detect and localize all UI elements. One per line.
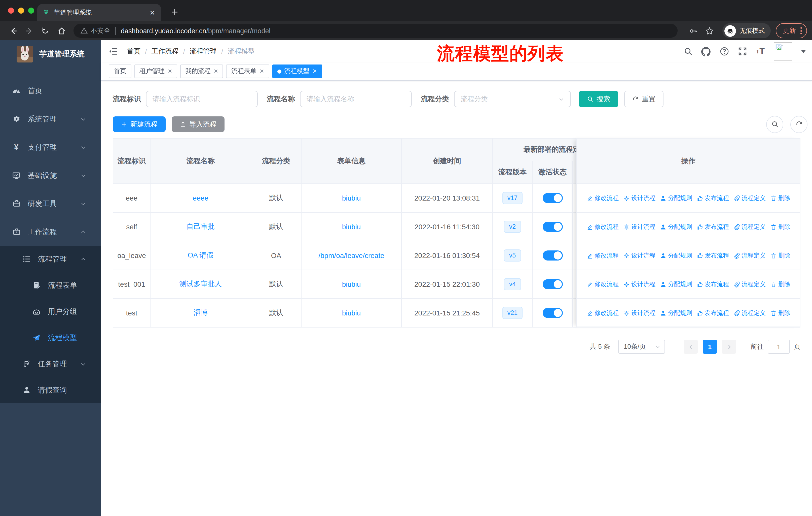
action-design-link[interactable]: 设计流程 — [623, 194, 656, 202]
sidebar-item-payment[interactable]: ¥ 支付管理 — [0, 133, 101, 161]
sidebar-collapse-icon[interactable] — [108, 46, 119, 57]
action-delete-link[interactable]: 删除 — [770, 280, 790, 289]
reset-button[interactable]: 重置 — [624, 91, 664, 107]
filter-name-input[interactable] — [300, 91, 412, 107]
forward-button[interactable] — [24, 26, 34, 36]
breadcrumb-workflow[interactable]: 工作流程 — [151, 47, 179, 56]
cell-model-name-link[interactable]: 滔博 — [150, 299, 251, 327]
close-icon[interactable]: ✕ — [213, 68, 218, 75]
close-icon[interactable]: ✕ — [260, 68, 264, 75]
tag-tenant[interactable]: 租户管理✕ — [135, 64, 177, 78]
version-badge[interactable]: v4 — [504, 278, 521, 291]
sidebar-item-process-form[interactable]: 流程表单 — [0, 272, 101, 298]
filter-id-input[interactable] — [146, 91, 258, 107]
security-warning-icon[interactable] — [81, 27, 88, 34]
col-header-name[interactable]: 流程名称 — [150, 138, 251, 184]
action-assign-link[interactable]: 分配规则 — [660, 222, 692, 231]
home-button[interactable] — [56, 26, 66, 36]
cell-form-link[interactable]: biubiu — [301, 212, 402, 241]
action-delete-link[interactable]: 删除 — [770, 251, 790, 260]
font-size-icon[interactable]: TT — [756, 47, 765, 56]
brand[interactable]: 芋道管理系统 — [0, 40, 101, 67]
window-zoom-button[interactable] — [28, 7, 34, 13]
action-delete-link[interactable]: 删除 — [770, 222, 790, 231]
refresh-table-button[interactable] — [790, 116, 808, 133]
search-icon[interactable] — [683, 47, 693, 56]
window-close-button[interactable] — [8, 7, 14, 13]
action-publish-link[interactable]: 发布流程 — [697, 280, 729, 289]
cell-model-name-link[interactable]: eeee — [150, 184, 251, 212]
close-icon[interactable]: ✕ — [168, 68, 172, 75]
action-edit-link[interactable]: 修改流程 — [586, 309, 619, 317]
cell-model-name-link[interactable]: 自己审批 — [150, 212, 251, 241]
sidebar-item-process-model[interactable]: 流程模型 — [0, 325, 101, 351]
sidebar-item-devtools[interactable]: 研发工具 — [0, 189, 101, 218]
action-definition-link[interactable]: 流程定义 — [733, 309, 766, 317]
update-button[interactable]: 更新 — [776, 23, 807, 38]
action-definition-link[interactable]: 流程定义 — [733, 251, 766, 260]
new-tab-button[interactable] — [168, 5, 181, 19]
breadcrumb-home[interactable]: 首页 — [127, 47, 141, 56]
avatar[interactable] — [774, 42, 792, 61]
action-assign-link[interactable]: 分配规则 — [660, 280, 692, 289]
col-header-active[interactable]: 激活状态 — [532, 161, 573, 184]
action-definition-link[interactable]: 流程定义 — [733, 280, 766, 289]
action-design-link[interactable]: 设计流程 — [623, 222, 656, 231]
import-process-button[interactable]: 导入流程 — [172, 116, 225, 132]
sidebar-item-infrastructure[interactable]: 基础设施 — [0, 161, 101, 189]
page-1-button[interactable]: 1 — [703, 340, 717, 354]
active-toggle[interactable] — [543, 250, 562, 261]
cell-model-name-link[interactable]: 测试多审批人 — [150, 270, 251, 299]
action-publish-link[interactable]: 发布流程 — [697, 194, 729, 202]
tag-process-form[interactable]: 流程表单✕ — [226, 64, 269, 78]
active-toggle[interactable] — [543, 193, 562, 203]
address-bar[interactable]: 不安全 dashboard.yudao.iocoder.cn/bpm/manag… — [74, 24, 677, 38]
sidebar-item-task-management[interactable]: 任务管理 — [0, 351, 101, 377]
version-badge[interactable]: v17 — [502, 192, 523, 204]
cell-form-link[interactable]: biubiu — [301, 270, 402, 299]
action-assign-link[interactable]: 分配规则 — [660, 309, 692, 317]
cell-form-link[interactable]: /bpm/oa/leave/create — [301, 241, 402, 270]
col-header-form[interactable]: 表单信息 — [301, 138, 402, 184]
sidebar-item-workflow[interactable]: 工作流程 — [0, 218, 101, 246]
sidebar-item-system[interactable]: 系统管理 — [0, 105, 101, 133]
tag-home[interactable]: 首页 — [109, 64, 132, 78]
active-toggle[interactable] — [543, 222, 562, 232]
cell-model-name-link[interactable]: OA 请假 — [150, 241, 251, 270]
action-delete-link[interactable]: 删除 — [770, 309, 790, 317]
col-header-id[interactable]: 流程标识 — [113, 138, 150, 184]
action-publish-link[interactable]: 发布流程 — [697, 251, 729, 260]
sidebar-item-leave-query[interactable]: 请假查询 — [0, 377, 101, 403]
action-edit-link[interactable]: 修改流程 — [586, 194, 619, 202]
action-assign-link[interactable]: 分配规则 — [660, 194, 692, 202]
version-badge[interactable]: v2 — [504, 221, 521, 233]
create-process-button[interactable]: 新建流程 — [113, 116, 166, 132]
active-toggle[interactable] — [543, 308, 562, 318]
avatar-caret-icon[interactable] — [801, 50, 806, 53]
page-jump-input[interactable] — [768, 340, 790, 354]
filter-category-select[interactable]: 流程分类 — [454, 91, 571, 107]
action-definition-link[interactable]: 流程定义 — [733, 222, 766, 231]
browser-tab[interactable]: 芋道管理系统 ✕ — [37, 4, 161, 21]
action-publish-link[interactable]: 发布流程 — [697, 309, 729, 317]
fullscreen-icon[interactable] — [737, 47, 747, 56]
browser-menu-icon[interactable] — [801, 27, 802, 34]
page-size-select[interactable]: 10条/页 — [618, 340, 665, 354]
col-header-created[interactable]: 创建时间 — [402, 138, 493, 184]
help-icon[interactable] — [719, 47, 729, 56]
bookmark-star-icon[interactable] — [704, 26, 714, 36]
action-design-link[interactable]: 设计流程 — [623, 309, 656, 317]
action-assign-link[interactable]: 分配规则 — [660, 251, 692, 260]
prev-page-button[interactable] — [684, 340, 698, 354]
back-button[interactable] — [8, 26, 18, 36]
action-definition-link[interactable]: 流程定义 — [733, 194, 766, 202]
action-edit-link[interactable]: 修改流程 — [586, 280, 619, 289]
sidebar-item-process-management[interactable]: 流程管理 — [0, 246, 101, 272]
tag-my-process[interactable]: 我的流程✕ — [180, 64, 223, 78]
cell-form-link[interactable]: biubiu — [301, 184, 402, 212]
close-icon[interactable]: ✕ — [312, 68, 317, 75]
tag-process-model[interactable]: 流程模型✕ — [272, 64, 322, 78]
action-publish-link[interactable]: 发布流程 — [697, 222, 729, 231]
window-minimize-button[interactable] — [18, 7, 24, 13]
reload-button[interactable] — [40, 26, 50, 36]
